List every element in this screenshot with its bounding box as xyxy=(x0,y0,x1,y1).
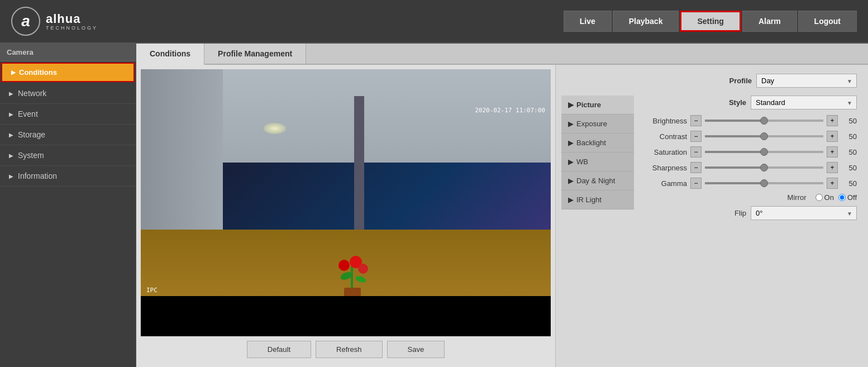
saturation-minus-button[interactable]: − xyxy=(690,146,702,158)
saturation-value: 50 xyxy=(841,148,857,156)
sidebar-item-system[interactable]: ▶ System xyxy=(0,145,136,166)
flip-select[interactable]: 0° 90° 180° 270° xyxy=(751,206,857,220)
saturation-fill xyxy=(705,151,764,153)
contrast-row: Contrast − + 50 xyxy=(640,131,857,142)
brightness-plus-button[interactable]: + xyxy=(827,115,838,126)
mirror-on-radio[interactable] xyxy=(815,194,823,201)
style-select[interactable]: Standard Soft Bright xyxy=(751,96,857,109)
sidebar-item-storage[interactable]: ▶ Storage xyxy=(0,125,136,145)
wb-arrow-icon: ▶ xyxy=(568,158,574,166)
refresh-button[interactable]: Refresh xyxy=(316,341,383,358)
camera-settings-area: 2020-02-17 11:07:00 IPC Default Refresh … xyxy=(136,65,868,367)
tab-bar: Conditions Profile Management xyxy=(136,44,868,65)
mirror-radio-group: On Off xyxy=(815,193,857,202)
cam-flower3 xyxy=(358,264,368,274)
profile-select-wrapper: Day Night General xyxy=(756,74,857,88)
profile-row: Profile Day Night General xyxy=(561,70,862,91)
contrast-thumb xyxy=(760,132,768,140)
nav-live-button[interactable]: Live xyxy=(564,11,612,32)
gamma-minus-button[interactable]: − xyxy=(690,178,702,189)
brightness-minus-button[interactable]: − xyxy=(690,115,702,126)
brightness-row: Brightness − + 50 xyxy=(640,115,857,126)
saturation-slider[interactable] xyxy=(705,151,823,153)
bottom-buttons: Default Refresh Save xyxy=(141,336,551,363)
brightness-slider[interactable] xyxy=(705,120,823,122)
camera-view: 2020-02-17 11:07:00 IPC xyxy=(141,69,551,336)
sharpness-slider[interactable] xyxy=(705,166,823,169)
gamma-value: 50 xyxy=(841,179,857,188)
brightness-thumb xyxy=(760,117,768,125)
profile-label: Profile xyxy=(729,77,752,85)
settings-body: ▶ Picture ▶ Exposure ▶ Backlight ▶ xyxy=(561,96,862,361)
day-night-arrow-icon: ▶ xyxy=(568,177,574,185)
flip-label: Flip xyxy=(735,209,746,217)
menu-item-wb[interactable]: ▶ WB xyxy=(561,152,634,171)
contrast-slider[interactable] xyxy=(705,135,823,137)
cam-ipc-label: IPC xyxy=(146,287,158,294)
mirror-off-radio[interactable] xyxy=(838,194,846,201)
tab-profile-management[interactable]: Profile Management xyxy=(204,44,306,64)
sharpness-plus-button[interactable]: + xyxy=(827,162,838,173)
sharpness-minus-button[interactable]: − xyxy=(690,162,702,173)
mirror-off-option[interactable]: Off xyxy=(838,193,857,202)
menu-item-exposure[interactable]: ▶ Exposure xyxy=(561,115,634,134)
gamma-plus-button[interactable]: + xyxy=(827,178,838,189)
storage-arrow-icon: ▶ xyxy=(9,132,13,138)
nav-playback-button[interactable]: Playback xyxy=(613,11,679,32)
saturation-label: Saturation xyxy=(640,148,687,156)
gamma-label: Gamma xyxy=(640,179,687,188)
menu-item-picture[interactable]: ▶ Picture xyxy=(561,96,634,115)
profile-select[interactable]: Day Night General xyxy=(756,74,857,88)
mirror-on-option[interactable]: On xyxy=(815,193,834,202)
network-arrow-icon: ▶ xyxy=(9,90,13,97)
menu-item-day-night[interactable]: ▶ Day & Night xyxy=(561,171,634,190)
cam-timestamp: 2020-02-17 11:07:00 xyxy=(475,107,545,114)
cam-black-bottom xyxy=(141,296,551,336)
camera-image: 2020-02-17 11:07:00 IPC xyxy=(141,69,551,336)
sidebar: Camera ▶ Conditions ▶ Network ▶ Event ▶ … xyxy=(0,44,136,367)
contrast-fill xyxy=(705,135,764,137)
nav-alarm-button[interactable]: Alarm xyxy=(742,11,797,32)
contrast-plus-button[interactable]: + xyxy=(827,131,838,142)
gamma-slider[interactable] xyxy=(705,182,823,184)
menu-item-backlight[interactable]: ▶ Backlight xyxy=(561,134,634,152)
style-label: Style xyxy=(729,98,746,107)
default-button[interactable]: Default xyxy=(247,341,311,358)
save-button[interactable]: Save xyxy=(387,341,445,358)
contrast-value: 50 xyxy=(841,132,857,141)
mirror-row: Mirror On Off xyxy=(640,193,857,202)
contrast-minus-button[interactable]: − xyxy=(690,131,702,142)
sidebar-item-network[interactable]: ▶ Network xyxy=(0,83,136,104)
saturation-plus-button[interactable]: + xyxy=(827,146,838,158)
nav-buttons: Live Playback Setting Alarm Logout xyxy=(564,11,857,32)
sidebar-item-event[interactable]: ▶ Event xyxy=(0,104,136,125)
menu-item-ir-light[interactable]: ▶ IR Light xyxy=(561,190,634,209)
main-container: Camera ▶ Conditions ▶ Network ▶ Event ▶ … xyxy=(0,44,868,367)
sidebar-conditions-item[interactable]: ▶ Conditions xyxy=(1,63,135,82)
gamma-fill xyxy=(705,182,764,184)
saturation-row: Saturation − + 50 xyxy=(640,146,857,158)
style-select-wrapper: Standard Soft Bright xyxy=(751,96,857,109)
sidebar-item-information[interactable]: ▶ Information xyxy=(0,166,136,187)
content-area: Conditions Profile Management xyxy=(136,44,868,367)
tab-conditions[interactable]: Conditions xyxy=(136,44,204,65)
system-arrow-icon: ▶ xyxy=(9,152,13,159)
logo-icon xyxy=(11,7,40,36)
cam-stem xyxy=(351,266,353,289)
brightness-label: Brightness xyxy=(640,117,687,125)
event-arrow-icon: ▶ xyxy=(9,111,13,117)
information-arrow-icon: ▶ xyxy=(9,173,13,179)
sharpness-row: Sharpness − + 50 xyxy=(640,162,857,173)
saturation-thumb xyxy=(760,148,768,156)
brightness-value: 50 xyxy=(841,117,857,125)
mirror-label: Mirror xyxy=(788,193,807,202)
nav-setting-button[interactable]: Setting xyxy=(680,11,741,32)
conditions-arrow-icon: ▶ xyxy=(11,69,16,75)
brightness-fill xyxy=(705,120,764,122)
camera-panel: 2020-02-17 11:07:00 IPC Default Refresh … xyxy=(136,65,555,367)
sidebar-camera-label: Camera xyxy=(0,44,136,61)
sharpness-value: 50 xyxy=(841,164,857,172)
ir-light-arrow-icon: ▶ xyxy=(568,196,574,204)
flip-row: Flip 0° 90° 180° 270° xyxy=(640,206,857,220)
nav-logout-button[interactable]: Logout xyxy=(798,11,857,32)
